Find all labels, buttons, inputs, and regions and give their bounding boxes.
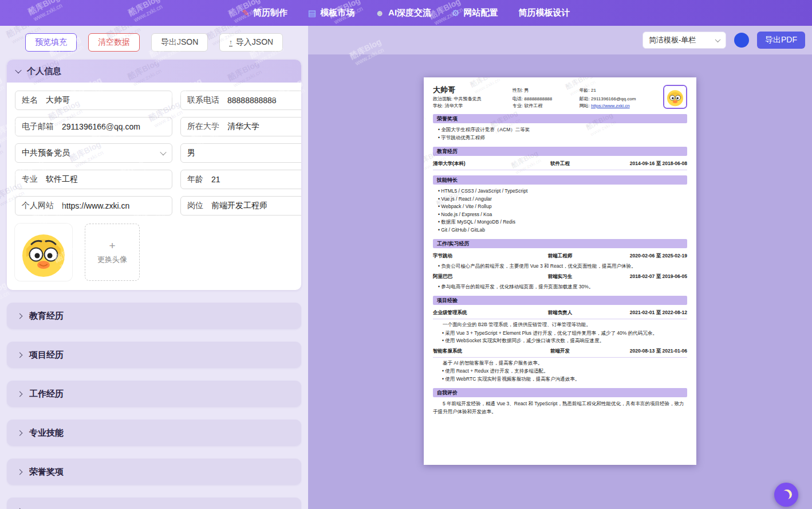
sidebar-section-work[interactable]: 工作经历	[7, 381, 301, 407]
preview-toolbar: 简洁模板-单栏 导出PDF	[308, 26, 812, 54]
upload-icon	[229, 39, 232, 46]
duck-avatar-icon	[15, 224, 72, 281]
phone-input[interactable]	[227, 96, 301, 105]
major-input[interactable]	[46, 175, 165, 184]
preview-panel: 简洁模板-单栏 导出PDF 大帅哥 性别: 男 年龄: 21 政治面貌: 中共预…	[308, 26, 812, 509]
nav-item-resume-builder[interactable]: ✎ 简历制作	[242, 7, 287, 18]
resume-section-work: 工作/实习经历	[433, 239, 687, 248]
import-json-button[interactable]: 导入JSON	[219, 33, 283, 52]
export-pdf-button[interactable]: 导出PDF	[757, 32, 805, 49]
chevron-right-icon	[17, 430, 23, 436]
sidebar-section-partial[interactable]	[7, 498, 301, 509]
nav-item-template-market[interactable]: ▤ 模板市场	[308, 7, 354, 18]
project-role: 前端开发	[518, 348, 602, 355]
nav-item-label: 模板市场	[320, 7, 354, 18]
info-label: 专业:	[513, 103, 524, 108]
editor-panel: 预览填充 清空数据 导出JSON 导入JSON 个人信息 姓名	[0, 26, 308, 509]
info-label: 学校:	[433, 103, 444, 108]
email-label: 电子邮箱	[22, 122, 54, 132]
project-bullet: 使用 React + Redux 进行开发，支持多端适配。	[433, 367, 687, 375]
work-bullet: 负责公司核心产品的前端开发，主要使用 Vue 3 和 React，优化页面性能，…	[433, 263, 687, 271]
chevron-right-icon	[17, 469, 23, 475]
template-market-icon: ▤	[308, 9, 316, 17]
work-bullet: 参与电商平台的前端开发，优化移动端页面，提升页面加载速度 30%。	[433, 283, 687, 291]
clear-data-button[interactable]: 清空数据	[88, 33, 140, 52]
theme-color-picker[interactable]	[734, 33, 749, 48]
info-value: 88888888888	[524, 96, 552, 101]
position-input[interactable]	[211, 201, 301, 210]
export-json-button[interactable]: 导出JSON	[151, 33, 208, 52]
info-label: 政治面貌:	[433, 96, 454, 101]
website-field: 个人网站	[15, 196, 172, 216]
education-major: 软件工程	[518, 160, 602, 167]
sidebar-section-education[interactable]: 教育经历	[7, 303, 301, 329]
nav-item-site-config[interactable]: ⚙ 网站配置	[452, 7, 498, 18]
honor-item: 全国大学生程序设计竞赛（ACM）二等奖	[433, 126, 687, 134]
section-label: 教育经历	[29, 311, 64, 322]
political-status-value: 中共预备党员	[22, 148, 70, 158]
work-company: 字节跳动	[433, 253, 518, 260]
skill-item: HTML5 / CSS3 / JavaScript / TypeScript	[433, 187, 687, 195]
nav-item-label: AI深度交流	[388, 7, 431, 18]
section-label: 项目经历	[29, 350, 64, 361]
dark-mode-toggle[interactable]	[774, 483, 798, 507]
website-input[interactable]	[62, 201, 165, 210]
honor-item: 字节跳动优秀工程师	[433, 134, 687, 142]
sidebar-section-honors[interactable]: 荣誉奖项	[7, 459, 301, 485]
nav-item-template-design[interactable]: 简历模板设计	[519, 7, 570, 18]
email-field: 电子邮箱	[15, 117, 172, 136]
work-role: 前端实习生	[518, 273, 602, 280]
info-value: 中共预备党员	[454, 96, 481, 101]
chevron-right-icon	[17, 352, 23, 358]
preview-fill-button[interactable]: 预览填充	[25, 33, 77, 52]
website-label: 个人网站	[22, 201, 54, 211]
change-avatar-button[interactable]: 更换头像	[85, 224, 140, 281]
email-input[interactable]	[62, 122, 165, 131]
project-bullet: 采用 Vue 3 + TypeScript + Element Plus 进行开…	[433, 330, 687, 338]
main-layout: 预览填充 清空数据 导出JSON 导入JSON 个人信息 姓名	[0, 26, 812, 509]
chevron-down-icon	[15, 67, 21, 73]
project-row: 企业级管理系统 前端负责人 2021-02-01 至 2022-08-12	[433, 308, 687, 319]
project-desc: 一个面向企业的 B2B 管理系统，提供供应链管理、订单管理等功能。	[433, 321, 687, 329]
work-date: 2020-02-06 至 2025-02-19	[602, 253, 687, 260]
project-name: 智能客服系统	[433, 348, 518, 355]
resume-section-honors: 荣誉奖项	[433, 114, 687, 123]
site-config-icon: ⚙	[452, 9, 459, 17]
nav-item-ai-chat[interactable]: ☻ AI深度交流	[375, 7, 431, 18]
resume-section-skills: 技能特长	[433, 175, 687, 185]
project-name: 企业级管理系统	[433, 310, 518, 316]
template-select[interactable]: 简洁模板-单栏	[642, 32, 726, 49]
personal-info-body: 姓名 联系电话 电子邮箱 所在大学	[7, 83, 301, 290]
project-role: 前端负责人	[518, 310, 602, 316]
name-input[interactable]	[46, 96, 165, 105]
project-desc: 基于 AI 的智能客服平台，提高客户服务效率。	[433, 359, 687, 367]
info-label: 网站:	[580, 103, 591, 108]
nav-item-label: 简历模板设计	[519, 7, 570, 18]
avatar-image	[15, 224, 72, 281]
phone-field: 联系电话	[180, 91, 301, 110]
age-input[interactable]	[211, 175, 301, 184]
education-school: 清华大学(本科)	[433, 160, 518, 167]
work-row: 字节跳动 前端工程师 2020-02-06 至 2025-02-19	[433, 251, 687, 262]
major-field: 专业	[15, 170, 172, 189]
sidebar-section-projects[interactable]: 项目经历	[7, 342, 301, 368]
work-role: 前端工程师	[518, 253, 602, 260]
resume-section-summary: 自我评价	[433, 388, 687, 397]
work-date: 2018-02-07 至 2019-06-05	[602, 273, 687, 280]
project-date: 2021-02-01 至 2022-08-12	[602, 310, 687, 316]
info-value: 21	[591, 88, 596, 93]
chevron-down-icon	[715, 37, 721, 42]
sidebar-section-skills[interactable]: 专业技能	[7, 420, 301, 446]
work-company: 阿里巴巴	[433, 273, 518, 280]
resume-website-link[interactable]: https://www.zxki.cn	[591, 103, 630, 108]
section-label: 荣誉奖项	[29, 467, 64, 477]
project-bullet: 使用 WebRTC 实现实时音视频客服功能，提高客户沟通效率。	[433, 375, 687, 383]
university-input[interactable]	[227, 122, 301, 131]
resume-section-projects: 项目经验	[433, 296, 687, 305]
political-status-select[interactable]: 中共预备党员	[15, 143, 172, 163]
gender-select[interactable]: 男	[180, 143, 301, 163]
skill-item: Vue.js / React / Angular	[433, 195, 687, 203]
university-field: 所在大学	[180, 117, 301, 136]
chevron-right-icon	[17, 391, 23, 397]
personal-info-header[interactable]: 个人信息	[7, 60, 301, 83]
